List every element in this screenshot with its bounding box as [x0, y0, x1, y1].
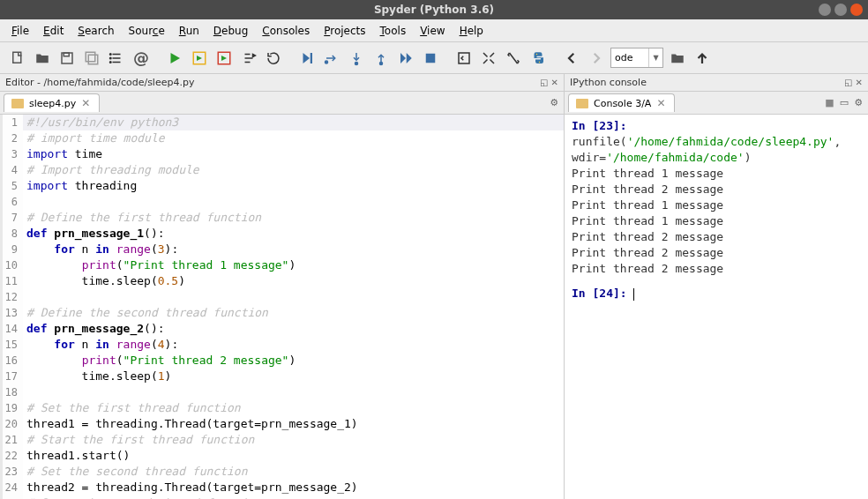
code-text[interactable]: import threading: [23, 178, 137, 194]
file-tab[interactable]: sleep4.py ✕: [4, 93, 100, 112]
code-line[interactable]: 18: [0, 384, 564, 400]
at-icon[interactable]: @: [130, 47, 153, 70]
code-line[interactable]: 11 time.sleep(0.5): [0, 273, 564, 289]
console-dock-icon[interactable]: ◱: [844, 78, 852, 87]
menu-help[interactable]: Help: [453, 22, 490, 40]
code-text[interactable]: #!/usr/bin/env python3: [23, 115, 178, 130]
forward-icon[interactable]: [585, 47, 608, 70]
code-line[interactable]: 21# Start the first thread function: [0, 432, 564, 448]
step-over-icon[interactable]: [320, 47, 343, 70]
code-line[interactable]: 5import threading: [0, 178, 564, 194]
editor-close-pane-icon[interactable]: ✕: [551, 78, 558, 87]
editor-dock-icon[interactable]: ◱: [540, 78, 548, 87]
code-text[interactable]: # Set the second thread function: [23, 464, 247, 480]
code-line[interactable]: 14def prn_message_2():: [0, 321, 564, 337]
menu-consoles[interactable]: Consoles: [256, 22, 316, 40]
ipython-console[interactable]: In [23]: runfile('/home/fahmida/code/sle…: [565, 115, 868, 499]
code-line[interactable]: 8def prn_message_1():: [0, 226, 564, 242]
code-line[interactable]: 23# Set the second thread function: [0, 464, 564, 480]
parent-dir-icon[interactable]: [691, 47, 714, 70]
editor-options-icon[interactable]: ⚙: [550, 97, 558, 108]
code-text[interactable]: print("Print thread 2 message"): [23, 353, 296, 369]
back-icon[interactable]: [560, 47, 583, 70]
code-line[interactable]: 15 for n in range(4):: [0, 337, 564, 353]
code-text[interactable]: thread2 = threading.Thread(target=prn_me…: [23, 480, 358, 495]
close-button[interactable]: [850, 4, 863, 16]
code-text[interactable]: # import time module: [23, 130, 165, 146]
console-options-icon[interactable]: ⚙: [854, 97, 863, 108]
code-text[interactable]: thread1 = threading.Thread(target=prn_me…: [23, 416, 358, 432]
chevron-down-icon[interactable]: ▼: [648, 48, 662, 67]
menu-view[interactable]: View: [414, 22, 451, 40]
code-text[interactable]: time.sleep(0.5): [23, 273, 185, 289]
code-text[interactable]: # Start the first thread function: [23, 432, 254, 448]
code-text[interactable]: # Define the second thread function: [23, 305, 268, 321]
code-line[interactable]: 7# Define the first thread function: [0, 210, 564, 226]
code-text[interactable]: [23, 194, 26, 210]
step-into-icon[interactable]: [345, 47, 368, 70]
debug-play-icon[interactable]: [296, 47, 318, 70]
maximize-pane-icon[interactable]: [453, 47, 475, 70]
code-line[interactable]: 4# Import threading module: [0, 162, 564, 178]
new-file-icon[interactable]: [6, 47, 29, 70]
code-text[interactable]: [23, 384, 26, 400]
save-icon[interactable]: [56, 47, 79, 70]
menu-search[interactable]: Search: [71, 22, 120, 40]
maximize-button[interactable]: [834, 4, 847, 16]
step-out-icon[interactable]: [370, 47, 393, 70]
menu-debug[interactable]: Debug: [207, 22, 254, 40]
menu-edit[interactable]: Edit: [37, 22, 70, 40]
code-text[interactable]: for n in range(4):: [23, 337, 178, 353]
working-dir-combo[interactable]: ode ▼: [610, 48, 663, 68]
console-clear-icon[interactable]: ▭: [840, 97, 849, 108]
code-line[interactable]: 9 for n in range(3):: [0, 242, 564, 257]
code-line[interactable]: 13# Define the second thread function: [0, 305, 564, 321]
rerun-icon[interactable]: [262, 47, 285, 70]
run-selection-icon[interactable]: [237, 47, 260, 70]
code-line[interactable]: 16 print("Print thread 2 message"): [0, 353, 564, 369]
continue-icon[interactable]: [394, 47, 417, 70]
code-text[interactable]: import time: [23, 146, 102, 162]
code-text[interactable]: time.sleep(1): [23, 369, 171, 384]
code-line[interactable]: 1#!/usr/bin/env python3: [0, 115, 564, 130]
code-line[interactable]: 2# import time module: [0, 130, 564, 146]
code-line[interactable]: 10 print("Print thread 1 message"): [0, 257, 564, 273]
code-text[interactable]: for n in range(3):: [23, 242, 178, 257]
code-line[interactable]: 3import time: [0, 146, 564, 162]
fullscreen-icon[interactable]: [477, 47, 500, 70]
code-text[interactable]: [23, 289, 26, 305]
preferences-icon[interactable]: [502, 47, 525, 70]
run-cell-icon[interactable]: [188, 47, 211, 70]
run-cell-advance-icon[interactable]: [213, 47, 236, 70]
code-line[interactable]: 20thread1 = threading.Thread(target=prn_…: [0, 416, 564, 432]
console-tab-close-icon[interactable]: ✕: [656, 97, 665, 109]
code-text[interactable]: # Set the first thread function: [23, 400, 241, 416]
code-line[interactable]: 24thread2 = threading.Thread(target=prn_…: [0, 480, 564, 495]
code-line[interactable]: 19# Set the first thread function: [0, 400, 564, 416]
code-text[interactable]: def prn_message_1():: [23, 226, 165, 242]
code-editor[interactable]: 1#!/usr/bin/env python32# import time mo…: [0, 115, 564, 499]
minimize-button[interactable]: [819, 4, 831, 16]
menu-file[interactable]: File: [5, 22, 35, 40]
python-path-icon[interactable]: [527, 47, 550, 70]
code-line[interactable]: 17 time.sleep(1): [0, 369, 564, 384]
save-all-icon[interactable]: [80, 47, 103, 70]
console-tab[interactable]: Console 3/A ✕: [568, 93, 675, 112]
open-file-icon[interactable]: [31, 47, 54, 70]
code-line[interactable]: 25# Start the second thread function: [0, 495, 564, 499]
code-text[interactable]: # Define the first thread function: [23, 210, 261, 226]
code-text[interactable]: # Import threading module: [23, 162, 199, 178]
menu-projects[interactable]: Projects: [318, 22, 371, 40]
menu-run[interactable]: Run: [173, 22, 206, 40]
browse-dir-icon[interactable]: [666, 47, 689, 70]
code-text[interactable]: print("Print thread 1 message"): [23, 257, 296, 273]
code-line[interactable]: 6: [0, 194, 564, 210]
code-text[interactable]: # Start the second thread function: [23, 495, 261, 499]
run-icon[interactable]: [163, 47, 186, 70]
outline-icon[interactable]: [105, 47, 128, 70]
code-line[interactable]: 22thread1.start(): [0, 448, 564, 464]
console-stop-icon[interactable]: ■: [825, 97, 834, 108]
tab-close-icon[interactable]: ✕: [81, 97, 90, 109]
console-close-pane-icon[interactable]: ✕: [856, 78, 863, 87]
code-text[interactable]: def prn_message_2():: [23, 321, 165, 337]
